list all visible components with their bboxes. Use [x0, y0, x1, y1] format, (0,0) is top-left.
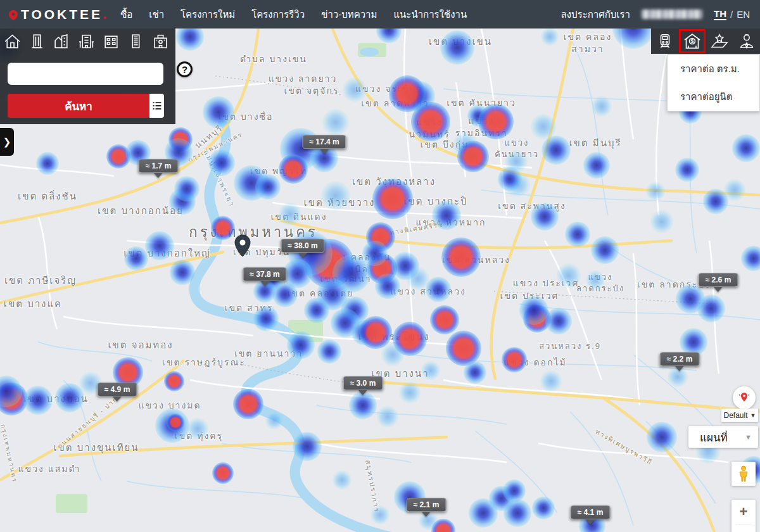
district-label: เขต บึงกุ่ม: [421, 139, 469, 151]
menu-item[interactable]: โครงการใหม่: [180, 7, 235, 22]
district-label: เขต บางแค: [4, 298, 62, 310]
map-pin-marker[interactable]: [234, 234, 251, 260]
list-icon: [152, 101, 162, 111]
property-type-filter-row: [0, 28, 175, 54]
brand-logo[interactable]: TOOKTEE: [9, 7, 106, 22]
price-marker-tail: [113, 396, 122, 402]
help-button[interactable]: ?: [177, 61, 193, 77]
brand-dot: [104, 16, 106, 19]
district-label: เขต บางกอกน้อย: [98, 205, 184, 217]
price-marker[interactable]: ≈ 4.9 m: [98, 383, 137, 402]
agent-layer-icon[interactable]: [735, 30, 759, 52]
townhouse-icon[interactable]: [52, 32, 71, 51]
search-input[interactable]: [8, 63, 163, 85]
heatmap-style-value: Default: [724, 411, 748, 420]
district-label: แขวง บางมด: [138, 400, 201, 412]
red-pin-icon: [737, 391, 751, 405]
favorite-projects-layer-icon[interactable]: [707, 30, 732, 52]
district-label: เขต ห้วยขวาง: [304, 196, 376, 209]
district-label: เขต คันนายาว: [446, 97, 516, 109]
zoom-control: + −: [732, 500, 756, 532]
navbar-right: ลงประกาศกับเรา TH / EN: [561, 7, 750, 22]
list-view-button[interactable]: [149, 94, 164, 118]
district-label: เขต พญาไท: [250, 165, 308, 177]
price-marker[interactable]: ≈ 37.8 m: [243, 267, 286, 286]
menu-item[interactable]: โครงการรีวิว: [251, 7, 305, 22]
menu-item[interactable]: แนะนำการใช้งาน: [393, 7, 467, 22]
price-marker[interactable]: ≈ 2.1 m: [407, 498, 446, 517]
district-label: เขต ตลิ่งชัน: [18, 190, 77, 203]
search-button[interactable]: ค้นหา: [8, 94, 149, 118]
search-panel: ค้นหา: [0, 28, 175, 124]
price-marker-tail: [154, 173, 163, 178]
zoom-out-button[interactable]: −: [732, 524, 756, 532]
hotel-icon[interactable]: [151, 32, 170, 51]
price-marker-label: ≈ 1.7 m: [139, 159, 179, 173]
price-marker-tail: [586, 519, 595, 524]
price-marker[interactable]: ≈ 1.7 m: [139, 159, 179, 178]
price-marker-tail: [675, 366, 684, 371]
price-marker[interactable]: ≈ 4.1 m: [571, 505, 611, 524]
district-label: เขต ทุ่งครุ: [175, 430, 223, 442]
district-label: เขต คลองเตย: [288, 288, 354, 300]
lang-en-link[interactable]: EN: [737, 9, 750, 20]
price-marker-tail: [358, 390, 367, 395]
district-label: เขต บางบอน: [23, 393, 88, 405]
nearby-places-button[interactable]: [733, 386, 756, 409]
brand-pin-icon: [9, 10, 18, 19]
district-label: เขต ดินแดง: [271, 211, 327, 223]
price-marker[interactable]: ≈ 2.2 m: [660, 352, 700, 371]
price-marker[interactable]: ≈ 38.0 m: [281, 239, 324, 258]
dropdown-item[interactable]: ราคาต่อ ตร.ม.: [668, 55, 759, 83]
language-switcher: TH / EN: [714, 8, 750, 20]
price-marker-tail: [320, 149, 329, 154]
price-marker[interactable]: ≈ 2.6 m: [699, 273, 738, 292]
price-marker-label: ≈ 3.0 m: [343, 376, 383, 390]
user-account-blurred[interactable]: [642, 10, 702, 19]
menu-item[interactable]: ซื้อ: [120, 7, 132, 22]
dropdown-item[interactable]: ราคาต่อยูนิต: [668, 83, 759, 111]
district-label: เขต บางเขน: [429, 35, 492, 48]
price-marker[interactable]: ≈ 3.0 m: [343, 376, 383, 395]
price-marker-tail: [260, 281, 269, 286]
district-label: เขต สะพานสูง: [498, 200, 566, 212]
price-marker-tail: [422, 512, 431, 517]
transit-layer-icon[interactable]: [653, 30, 677, 52]
price-per-area-layer-icon[interactable]: $: [680, 30, 704, 52]
price-marker-label: ≈ 2.2 m: [660, 352, 700, 366]
main-menu: ซื้อเช่าโครงการใหม่โครงการรีวิวข่าว-บทคว…: [120, 7, 467, 22]
district-label: แขวง ดอกไม้: [504, 357, 566, 369]
post-ad-link[interactable]: ลงประกาศกับเรา: [561, 7, 630, 22]
pegman-icon: [737, 466, 750, 482]
menu-item[interactable]: ข่าว-บทความ: [321, 7, 377, 22]
price-marker-label: ≈ 2.6 m: [699, 273, 738, 287]
condo-icon[interactable]: [27, 32, 46, 51]
district-label: แขวง ประเวศ: [513, 277, 580, 289]
price-marker[interactable]: ≈ 17.4 m: [302, 135, 346, 154]
district-label: แขวง สวนหลวง: [390, 286, 466, 298]
district-label: เขต สาทร: [225, 302, 274, 314]
commercial-icon[interactable]: [102, 32, 121, 51]
tooktee-map-page: { "navbar": { "brand": "TOOKTEE", "menu"…: [0, 0, 760, 532]
apartment-icon[interactable]: [77, 32, 96, 51]
map-type-dropdown[interactable]: แผนที่ ▼: [688, 426, 758, 448]
district-label: แขวง ลาดกระบัง: [576, 272, 624, 294]
zoom-in-button[interactable]: +: [732, 500, 756, 524]
svg-text:$: $: [690, 38, 694, 44]
lang-th-link[interactable]: TH: [714, 8, 726, 20]
office-icon[interactable]: [127, 32, 146, 51]
district-label: เขต มีนบุรี: [569, 137, 621, 149]
home-icon[interactable]: [3, 32, 22, 51]
panel-expand-tab[interactable]: ❯: [0, 128, 14, 156]
price-marker-label: ≈ 38.0 m: [281, 239, 324, 253]
district-label: เขต บางกะปิ: [403, 195, 467, 208]
heatmap-style-dropdown[interactable]: Default ▼: [721, 408, 758, 422]
district-label: แขวง คันนายาว: [495, 137, 539, 160]
price-marker-label: ≈ 17.4 m: [302, 135, 346, 149]
district-label: เขต จตุจักร: [284, 85, 339, 97]
menu-item[interactable]: เช่า: [149, 7, 164, 22]
district-label: เขต วัฒนา: [320, 273, 371, 285]
district-label: เขต ภาษีเจริญ: [4, 274, 77, 287]
district-label: เขต พระโขนง: [358, 331, 429, 343]
pegman-streetview-control[interactable]: [732, 462, 756, 486]
